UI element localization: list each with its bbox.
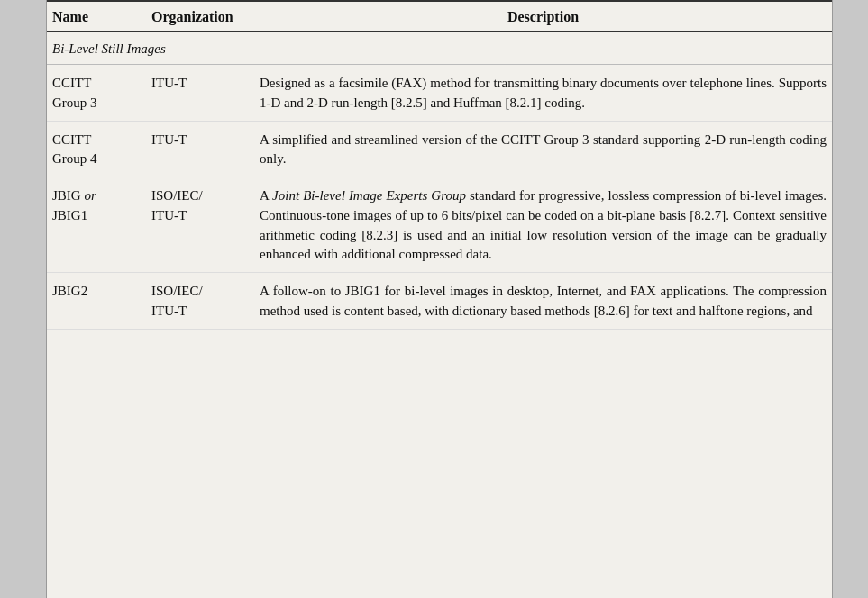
org-cell: ISO/IEC/ITU-T bbox=[146, 273, 254, 330]
table-row: JBIG orJBIG1 ISO/IEC/ITU-T A Joint Bi-le… bbox=[47, 177, 832, 273]
main-table: Name Organization Description Bi-Level S… bbox=[47, 0, 832, 330]
desc-cell: Designed as a facsimile (FAX) method for… bbox=[254, 65, 832, 122]
name-cell: JBIG2 bbox=[47, 273, 146, 330]
name-cell: JBIG orJBIG1 bbox=[47, 177, 146, 273]
name-cell: CCITTGroup 4 bbox=[47, 121, 146, 177]
header-org: Organization bbox=[146, 1, 254, 32]
org-cell: ISO/IEC/ITU-T bbox=[146, 177, 254, 273]
org-cell: ITU-T bbox=[146, 65, 254, 122]
desc-cell: A follow-on to JBIG1 for bi-level images… bbox=[254, 273, 832, 330]
table-wrapper: Name Organization Description Bi-Level S… bbox=[47, 0, 832, 330]
header-name: Name bbox=[47, 1, 146, 32]
table-row: JBIG2 ISO/IEC/ITU-T A follow-on to JBIG1… bbox=[47, 273, 832, 330]
page-container: Name Organization Description Bi-Level S… bbox=[0, 0, 868, 598]
desc-cell: A Joint Bi-level Image Experts Group sta… bbox=[254, 177, 832, 273]
org-cell: ITU-T bbox=[146, 121, 254, 177]
desc-text: A simplified and streamlined version of … bbox=[260, 131, 827, 170]
section-label: Bi-Level Still Images bbox=[47, 32, 832, 65]
desc-text: Designed as a facsimile (FAX) method for… bbox=[260, 74, 827, 113]
table-row: CCITTGroup 3 ITU-T Designed as a facsimi… bbox=[47, 65, 832, 122]
table-row: CCITTGroup 4 ITU-T A simplified and stre… bbox=[47, 121, 832, 177]
desc-text: A Joint Bi-level Image Experts Group sta… bbox=[260, 186, 827, 265]
content-area: Name Organization Description Bi-Level S… bbox=[47, 0, 832, 598]
left-margin bbox=[0, 0, 47, 598]
desc-cell: A simplified and streamlined version of … bbox=[254, 121, 832, 177]
section-header-bilevel: Bi-Level Still Images bbox=[47, 32, 832, 65]
header-desc: Description bbox=[254, 1, 832, 32]
name-cell: CCITTGroup 3 bbox=[47, 65, 146, 122]
table-header-row: Name Organization Description bbox=[47, 1, 832, 32]
desc-text: A follow-on to JBIG1 for bi-level images… bbox=[260, 282, 827, 322]
italic-term: Joint Bi-level Image Experts Group bbox=[272, 188, 466, 203]
right-margin bbox=[832, 0, 868, 598]
